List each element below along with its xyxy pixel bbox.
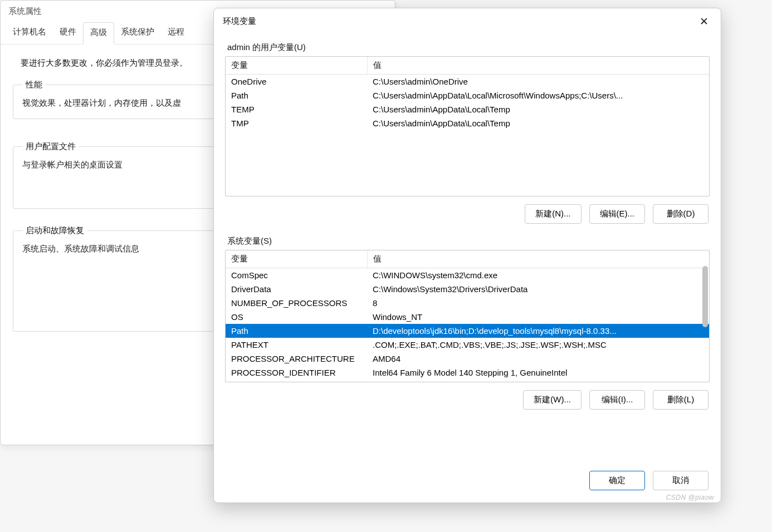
var-value: C:\WINDOWS\system32\cmd.exe xyxy=(367,268,709,283)
var-name: TMP xyxy=(226,116,367,130)
table-row[interactable]: PathD:\developtools\jdk16\bin;D:\develop… xyxy=(226,324,709,338)
system-vars-table[interactable]: 变量 值 ComSpecC:\WINDOWS\system32\cmd.exeD… xyxy=(225,250,710,382)
startup-legend: 启动和故障恢复 xyxy=(22,225,87,236)
var-name: TEMP xyxy=(226,102,367,116)
tab-advanced[interactable]: 高级 xyxy=(83,22,114,45)
close-icon[interactable]: ✕ xyxy=(694,14,714,29)
user-profile-legend: 用户配置文件 xyxy=(22,141,79,152)
watermark: CSDN @piaow xyxy=(666,494,714,501)
table-row[interactable]: PathC:\Users\admin\AppData\Local\Microso… xyxy=(226,88,709,102)
tab-system-protection[interactable]: 系统保护 xyxy=(114,22,161,44)
scrollbar-thumb[interactable] xyxy=(702,266,708,327)
var-value: C:\Users\admin\AppData\Local\Temp xyxy=(367,116,709,130)
var-name: PROCESSOR_ARCHITECTURE xyxy=(226,352,367,366)
user-vars-table[interactable]: 变量 值 OneDriveC:\Users\admin\OneDrivePath… xyxy=(225,56,710,196)
col-value[interactable]: 值 xyxy=(367,57,709,75)
var-name: Path xyxy=(226,88,367,102)
var-name: ComSpec xyxy=(226,268,367,283)
tab-hardware[interactable]: 硬件 xyxy=(53,22,83,44)
col-name[interactable]: 变量 xyxy=(226,57,367,75)
table-row[interactable]: PROCESSOR_ARCHITECTUREAMD64 xyxy=(226,352,709,366)
table-row[interactable]: OneDriveC:\Users\admin\OneDrive xyxy=(226,75,709,89)
var-value: Intel64 Family 6 Model 140 Stepping 1, G… xyxy=(367,366,709,380)
tab-computer-name[interactable]: 计算机名 xyxy=(6,22,53,44)
var-value: C:\Users\admin\OneDrive xyxy=(367,75,709,89)
user-delete-button[interactable]: 删除(D) xyxy=(653,204,709,224)
var-value: AMD64 xyxy=(367,352,709,366)
cancel-button[interactable]: 取消 xyxy=(653,471,709,490)
var-name: OS xyxy=(226,310,367,324)
var-name: NUMBER_OF_PROCESSORS xyxy=(226,296,367,310)
user-vars-heading: admin 的用户变量(U) xyxy=(227,42,707,53)
var-name: DriverData xyxy=(226,282,367,296)
var-name: OneDrive xyxy=(226,75,367,89)
system-vars-heading: 系统变量(S) xyxy=(227,236,707,247)
var-name: PROCESSOR_IDENTIFIER xyxy=(226,366,367,380)
system-new-button[interactable]: 新建(W)... xyxy=(523,390,582,410)
system-edit-button[interactable]: 编辑(I)... xyxy=(589,390,645,410)
var-name: PATHEXT xyxy=(226,338,367,352)
var-name: Path xyxy=(226,324,367,338)
col-value-sys[interactable]: 值 xyxy=(367,250,709,268)
ok-button[interactable]: 确定 xyxy=(589,471,645,490)
var-value: 8 xyxy=(367,296,709,310)
table-row[interactable]: ComSpecC:\WINDOWS\system32\cmd.exe xyxy=(226,268,709,283)
sysprops-title: 系统属性 xyxy=(8,6,42,17)
table-row[interactable]: TEMPC:\Users\admin\AppData\Local\Temp xyxy=(226,102,709,116)
table-row[interactable]: TMPC:\Users\admin\AppData\Local\Temp xyxy=(226,116,709,130)
var-value: C:\Users\admin\AppData\Local\Microsoft\W… xyxy=(367,88,709,102)
table-row[interactable]: NUMBER_OF_PROCESSORS8 xyxy=(226,296,709,310)
var-value: Windows_NT xyxy=(367,310,709,324)
environment-variables-dialog: 环境变量 ✕ admin 的用户变量(U) 变量 值 OneDriveC:\Us… xyxy=(213,8,721,503)
var-value: .COM;.EXE;.BAT;.CMD;.VBS;.VBE;.JS;.JSE;.… xyxy=(367,338,709,352)
table-row[interactable]: DriverDataC:\Windows\System32\Drivers\Dr… xyxy=(226,282,709,296)
system-delete-button[interactable]: 删除(L) xyxy=(653,390,709,410)
var-value: D:\developtools\jdk16\bin;D:\develop_too… xyxy=(367,324,709,338)
user-edit-button[interactable]: 编辑(E)... xyxy=(589,204,646,224)
table-row[interactable]: PATHEXT.COM;.EXE;.BAT;.CMD;.VBS;.VBE;.JS… xyxy=(226,338,709,352)
col-name-sys[interactable]: 变量 xyxy=(226,250,367,268)
table-row[interactable]: OSWindows_NT xyxy=(226,310,709,324)
var-value: C:\Users\admin\AppData\Local\Temp xyxy=(367,102,709,116)
tab-remote[interactable]: 远程 xyxy=(161,22,191,44)
user-new-button[interactable]: 新建(N)... xyxy=(525,204,581,224)
table-row[interactable]: PROCESSOR_IDENTIFIERIntel64 Family 6 Mod… xyxy=(226,366,709,380)
var-value: C:\Windows\System32\Drivers\DriverData xyxy=(367,282,709,296)
envvars-title: 环境变量 xyxy=(223,16,256,27)
performance-legend: 性能 xyxy=(22,80,46,90)
